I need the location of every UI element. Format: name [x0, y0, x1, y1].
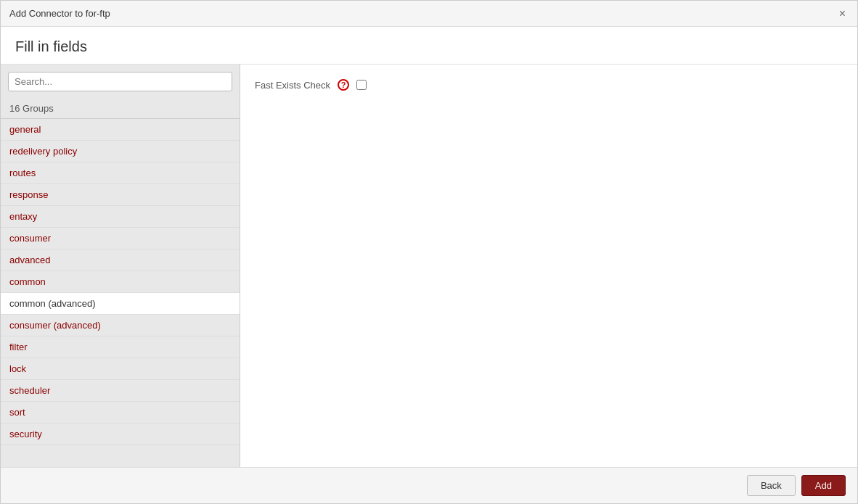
sidebar-item-lock[interactable]: lock [1, 358, 240, 380]
add-connector-dialog: Add Connector to for-ftp × Fill in field… [0, 0, 858, 504]
sidebar-item-sort[interactable]: sort [1, 402, 240, 424]
fast-exists-check-checkbox[interactable] [356, 80, 367, 90]
sidebar-item-consumer-advanced[interactable]: consumer (advanced) [1, 315, 240, 336]
main-content: Fast Exists Check ? [240, 65, 857, 467]
help-icon-fast-exists[interactable]: ? [338, 79, 349, 91]
sidebar-item-routes[interactable]: routes [1, 162, 240, 184]
dialog-title: Add Connector to for-ftp [9, 8, 110, 19]
search-input[interactable] [8, 72, 232, 91]
dialog-footer: Back Add [1, 467, 857, 503]
sidebar-item-advanced[interactable]: advanced [1, 249, 240, 271]
dialog-body: 16 Groups generalredelivery policyroutes… [1, 65, 857, 467]
sidebar-item-common-advanced[interactable]: common (advanced) [1, 293, 240, 315]
sidebar-item-security[interactable]: security [1, 424, 240, 445]
sidebar: 16 Groups generalredelivery policyroutes… [1, 65, 240, 467]
field-row-fast-exists: Fast Exists Check ? [255, 79, 843, 91]
search-box [1, 65, 240, 99]
sidebar-item-entaxy[interactable]: entaxy [1, 206, 240, 228]
sidebar-item-redelivery-policy[interactable]: redelivery policy [1, 141, 240, 162]
page-title: Fill in fields [15, 38, 843, 55]
close-button[interactable]: × [836, 7, 849, 21]
dialog-header: Fill in fields [1, 27, 857, 65]
sidebar-item-common[interactable]: common [1, 271, 240, 293]
groups-header: 16 Groups [1, 99, 240, 119]
dialog-titlebar: Add Connector to for-ftp × [1, 1, 857, 27]
sidebar-item-scheduler[interactable]: scheduler [1, 380, 240, 402]
sidebar-item-response[interactable]: response [1, 184, 240, 206]
sidebar-item-filter[interactable]: filter [1, 336, 240, 358]
sidebar-item-consumer[interactable]: consumer [1, 228, 240, 249]
field-label-fast-exists: Fast Exists Check [255, 80, 330, 91]
back-button[interactable]: Back [747, 475, 796, 496]
sidebar-item-general[interactable]: general [1, 119, 240, 141]
groups-list: generalredelivery policyroutesresponseen… [1, 119, 240, 467]
add-button[interactable]: Add [801, 475, 846, 496]
